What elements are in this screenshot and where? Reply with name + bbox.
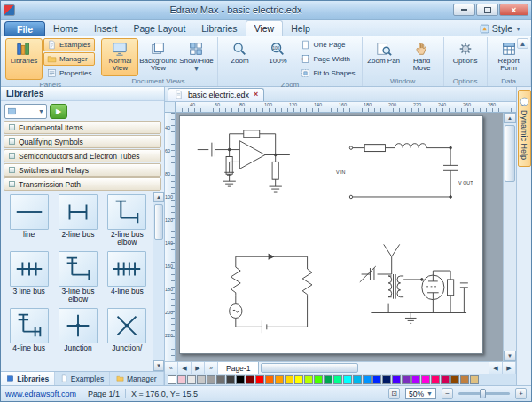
document-tab[interactable]: basic electric.edx × [168,88,264,101]
color-swatch[interactable] [216,375,225,384]
examples-toggle-button[interactable]: Examples [43,38,95,51]
color-swatch[interactable] [333,375,342,384]
drawing-canvas[interactable]: V IN V OUT [176,113,503,361]
background-view-button[interactable]: Background View [139,38,176,76]
collapse-ribbon-button[interactable]: ▲ [517,38,528,49]
color-swatch[interactable] [265,375,274,384]
color-swatch[interactable] [343,375,352,384]
color-swatch[interactable] [207,375,215,384]
color-swatch[interactable] [168,375,176,384]
tab-insert[interactable]: Insert [86,21,125,36]
last-page-button[interactable]: » [205,362,218,374]
normal-view-button[interactable]: Normal View [101,38,138,76]
color-swatch[interactable] [441,375,450,384]
tab-view[interactable]: View [246,20,284,36]
scroll-down-icon[interactable]: ▼ [504,351,516,361]
color-swatch[interactable] [450,375,459,384]
library-category[interactable]: Fundamental Items [4,121,161,134]
library-category[interactable]: Qualifying Symbols [4,135,161,148]
color-swatch[interactable] [382,375,391,384]
color-swatch[interactable] [470,375,479,384]
page-tab[interactable]: Page-1 [218,362,259,374]
library-shape[interactable]: 2-line bus elbow [104,194,151,249]
color-swatch[interactable] [431,375,440,384]
library-search-button[interactable]: ▶ [50,104,67,119]
edrawsoft-link[interactable]: www.edrawsoft.com [5,390,76,398]
color-swatch[interactable] [285,375,293,384]
prev-page-button[interactable]: ◀ [178,362,192,374]
zoom-slider[interactable] [458,392,510,395]
color-swatch[interactable] [314,375,323,384]
tab-libraries[interactable]: Libraries [193,21,245,36]
color-swatch[interactable] [177,375,186,384]
tab-file[interactable]: File [4,21,45,36]
zoom-in-button[interactable]: + [515,388,527,399]
color-swatch[interactable] [353,375,362,384]
color-swatch[interactable] [363,375,372,384]
horizontal-scrollbar[interactable] [259,362,489,374]
close-button[interactable]: × [499,4,528,16]
color-swatch[interactable] [411,375,420,384]
tab-help[interactable]: Help [283,21,318,36]
scroll-track[interactable] [504,123,516,351]
color-swatch[interactable] [304,375,313,384]
color-swatch[interactable] [402,375,411,384]
maximize-button[interactable] [476,4,498,16]
library-shape[interactable]: Junction [54,308,101,363]
color-swatch[interactable] [421,375,430,384]
library-shape[interactable]: 3-line bus elbow [54,251,101,306]
zoom-slider-thumb[interactable] [480,389,486,398]
library-select-dropdown[interactable]: ▼ [4,104,47,119]
library-shape[interactable]: 2-line bus [54,194,101,249]
zoom-pan-button[interactable]: Zoom Pan [365,38,403,76]
scroll-left-icon[interactable]: ◀ [489,362,503,374]
color-swatch[interactable] [187,375,196,384]
panel-tab-libraries[interactable]: Libraries [1,372,55,385]
style-button[interactable]: Style ▼ [473,22,528,36]
scroll-up-icon[interactable]: ▲ [153,192,164,202]
library-category[interactable]: Switches and Relays [4,163,161,177]
hand-move-button[interactable]: Hand Move [403,38,441,76]
show-hide-button[interactable]: Show/Hide ▼ [177,38,215,76]
panel-tab-examples[interactable]: Examples [55,372,109,385]
color-swatch[interactable] [324,375,332,384]
scroll-right-icon[interactable]: ▶ [503,362,516,374]
scroll-thumb[interactable] [261,363,358,373]
color-swatch[interactable] [197,375,206,384]
panel-tab-manager[interactable]: Manager [110,372,164,385]
library-category[interactable]: Semiconductors and Electron Tubes [4,149,161,162]
vertical-scrollbar[interactable]: ▲ ▼ [503,113,516,361]
scroll-thumb[interactable] [505,125,515,182]
library-shape[interactable]: line [5,194,52,249]
color-swatch[interactable] [294,375,303,384]
scroll-track[interactable] [153,202,164,360]
drawing-page[interactable]: V IN V OUT [179,115,483,354]
zoom-out-button[interactable]: − [442,388,453,399]
scroll-up-icon[interactable]: ▲ [504,113,516,123]
manager-toggle-button[interactable]: Manager [43,52,95,66]
tab-page-layout[interactable]: Page Layout [125,21,193,36]
next-page-button[interactable]: ▶ [192,362,205,374]
zoom-level-box[interactable]: 50% ▼ [405,388,436,399]
minimize-button[interactable] [453,4,475,16]
color-swatch[interactable] [226,375,235,384]
library-shape[interactable]: 4-line bus [104,251,151,306]
zoom-button[interactable]: Zoom [221,38,258,80]
fit-to-shapes-button[interactable]: Fit to Shapes [297,67,358,80]
properties-toggle-button[interactable]: Properties [43,67,95,80]
zoom-100-button[interactable]: 100 100% [259,38,296,80]
library-shape[interactable]: 4-line bus [5,308,52,363]
scroll-down-icon[interactable]: ▼ [153,360,164,371]
color-swatch[interactable] [236,375,245,384]
page-width-button[interactable]: Page Width [297,52,358,66]
dynamic-help-tab[interactable]: ? Dynamic Help [518,90,531,167]
title-bar[interactable]: Edraw Max - basic electric.edx × [1,1,531,20]
library-shape[interactable]: Junction/ [104,308,151,363]
close-tab-icon[interactable]: × [254,91,258,99]
library-scrollbar[interactable]: ▲ ▼ [153,192,164,371]
library-shape[interactable]: 3 line bus [5,251,52,306]
options-button[interactable]: Options [447,38,484,76]
tab-home[interactable]: Home [45,21,86,36]
one-page-button[interactable]: One Page [297,38,358,51]
color-swatch[interactable] [275,375,284,384]
